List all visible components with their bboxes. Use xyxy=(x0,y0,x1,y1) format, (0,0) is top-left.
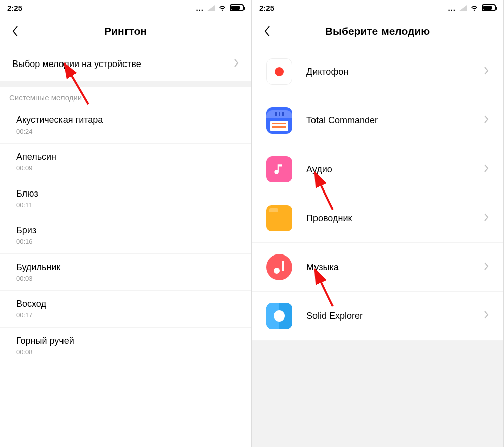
solid-explorer-icon xyxy=(266,303,292,329)
melody-row[interactable]: Восход00:17 xyxy=(0,291,251,328)
app-label: Аудио xyxy=(306,164,332,175)
header: Рингтон xyxy=(0,15,251,47)
folder-icon xyxy=(266,205,292,231)
melody-row[interactable]: Будильник00:03 xyxy=(0,254,251,291)
app-label: Solid Explorer xyxy=(306,311,363,322)
header: Выберите мелодию xyxy=(252,15,503,47)
music-icon xyxy=(266,254,292,280)
melody-duration: 00:17 xyxy=(16,311,46,319)
app-label: Диктофон xyxy=(306,67,348,77)
empty-area xyxy=(252,341,503,447)
phone-right: 2:25 ... Выберите мелодию ДиктофонTotal … xyxy=(252,0,504,447)
back-button[interactable] xyxy=(5,21,25,41)
wifi-icon xyxy=(470,3,479,12)
chevron-right-icon xyxy=(484,115,489,126)
page-title: Рингтон xyxy=(0,25,251,37)
status-time: 2:25 xyxy=(7,4,22,12)
status-bar: 2:25 ... xyxy=(0,0,251,15)
melody-row[interactable]: Апельсин00:09 xyxy=(0,144,251,180)
melody-name: Восход xyxy=(16,299,46,309)
page-title: Выберите мелодию xyxy=(252,25,503,37)
status-time: 2:25 xyxy=(259,4,274,12)
app-row-save[interactable]: Total Commander xyxy=(252,96,503,145)
signal-icon xyxy=(459,4,467,11)
melody-row[interactable]: Блюз00:11 xyxy=(0,180,251,217)
chevron-right-icon xyxy=(234,58,239,70)
app-label: Total Commander xyxy=(306,115,378,126)
melody-duration: 00:08 xyxy=(16,348,74,356)
melody-duration: 00:03 xyxy=(16,275,60,282)
melody-name: Будильник xyxy=(16,262,60,273)
melody-name: Апельсин xyxy=(16,152,56,162)
melody-name: Акустическая гитара xyxy=(16,115,103,125)
chevron-right-icon xyxy=(484,310,489,322)
melody-name: Горный ручей xyxy=(16,336,74,346)
signal-icon xyxy=(207,4,215,11)
melody-row[interactable]: Акустическая гитара00:24 xyxy=(0,107,251,144)
chevron-right-icon xyxy=(484,213,489,224)
recorder-icon xyxy=(266,58,292,85)
wifi-icon xyxy=(218,3,227,12)
status-bar: 2:25 ... xyxy=(252,0,503,15)
phone-left: 2:25 ... Рингтон Выбор мелодии на устрой… xyxy=(0,0,252,447)
floppy-icon xyxy=(266,107,292,134)
battery-icon xyxy=(230,4,244,11)
melody-duration: 00:11 xyxy=(16,201,38,209)
melody-duration: 00:09 xyxy=(16,164,56,172)
app-label: Проводник xyxy=(306,213,352,224)
melody-duration: 00:24 xyxy=(16,127,103,135)
section-header: Системные мелодии xyxy=(0,87,251,107)
melody-name: Бриз xyxy=(16,225,36,236)
app-row-music[interactable]: Музыка xyxy=(252,243,503,292)
more-icon: ... xyxy=(448,4,456,12)
audio-icon xyxy=(266,156,292,182)
melody-name: Блюз xyxy=(16,188,38,199)
chevron-right-icon xyxy=(484,262,489,273)
melody-row[interactable]: Горный ручей00:08 xyxy=(0,328,251,364)
app-row-solid[interactable]: Solid Explorer xyxy=(252,292,503,341)
app-label: Музыка xyxy=(306,262,339,273)
app-row-folder[interactable]: Проводник xyxy=(252,194,503,243)
app-row-recorder[interactable]: Диктофон xyxy=(252,47,503,96)
chevron-right-icon xyxy=(484,164,489,175)
section-gap xyxy=(0,81,251,87)
more-icon: ... xyxy=(196,4,204,12)
app-row-audio[interactable]: Аудио xyxy=(252,145,503,194)
battery-icon xyxy=(482,4,496,11)
select-melody-label: Выбор мелодии на устройстве xyxy=(12,59,141,70)
chevron-right-icon xyxy=(484,66,489,77)
back-button[interactable] xyxy=(257,21,277,41)
select-melody-on-device-row[interactable]: Выбор мелодии на устройстве xyxy=(0,47,251,81)
melody-row[interactable]: Бриз00:16 xyxy=(0,217,251,254)
melody-duration: 00:16 xyxy=(16,238,36,245)
